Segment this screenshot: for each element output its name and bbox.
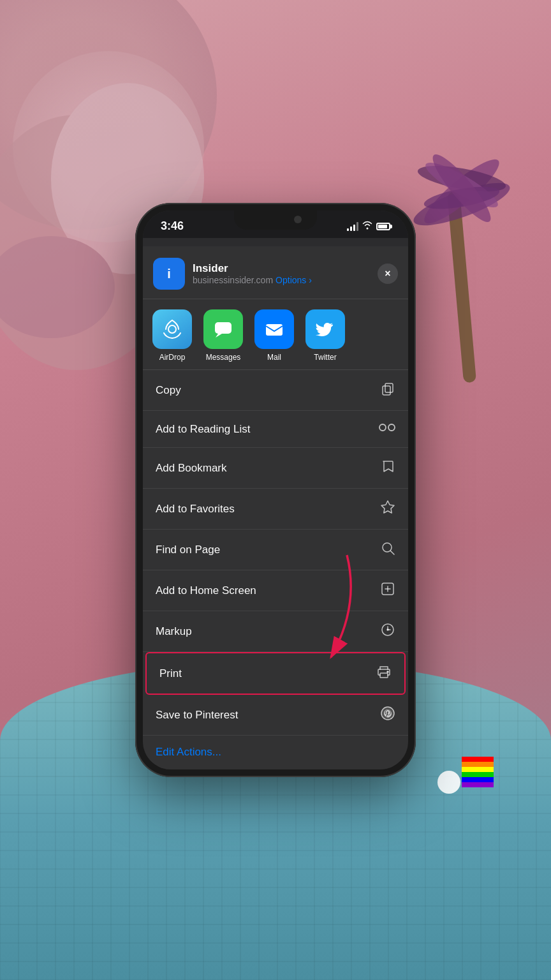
svg-rect-13	[462, 772, 494, 777]
pinterest-icon	[380, 706, 395, 724]
share-apps-row: AirDrop Messages	[143, 299, 408, 370]
favorites-icon	[380, 500, 395, 518]
edit-actions: Edit Actions...	[143, 736, 408, 765]
svg-rect-20	[385, 383, 393, 392]
messages-icon	[203, 309, 243, 349]
mail-icon	[254, 309, 294, 349]
action-print-label: Print	[159, 667, 182, 680]
svg-line-26	[391, 551, 395, 555]
share-app-mail[interactable]: Mail	[251, 309, 297, 362]
action-favorites-label: Add to Favorites	[156, 503, 235, 516]
insider-logo: i	[167, 267, 171, 281]
svg-point-34	[381, 707, 394, 720]
bookmark-icon	[380, 459, 395, 477]
svg-point-33	[387, 671, 388, 672]
svg-point-31	[387, 629, 388, 630]
palm-tree	[411, 128, 513, 383]
messages-label: Messages	[206, 353, 241, 362]
action-find-on-page[interactable]: Find on Page	[143, 530, 408, 570]
svg-rect-32	[380, 673, 388, 678]
wifi-icon	[362, 221, 372, 232]
markup-icon	[380, 622, 395, 641]
share-app-messages[interactable]: Messages	[200, 309, 246, 362]
action-bookmark[interactable]: Add Bookmark	[143, 448, 408, 489]
svg-rect-21	[383, 386, 390, 395]
action-pinterest-label: Save to Pinterest	[156, 709, 238, 722]
search-icon	[380, 540, 395, 559]
svg-point-23	[388, 424, 395, 431]
share-app-twitter[interactable]: Twitter	[302, 309, 348, 362]
phone-screen: 3:46	[143, 211, 408, 769]
action-pinterest[interactable]: Save to Pinterest	[143, 695, 408, 736]
share-app-icon: i	[153, 258, 185, 290]
airdrop-icon	[152, 309, 192, 349]
svg-point-22	[379, 424, 386, 431]
phone-frame: 3:46	[135, 203, 416, 777]
mail-label: Mail	[267, 353, 281, 362]
share-sheet: i Insider businessinsider.com Options › …	[143, 246, 408, 769]
twitter-icon	[305, 309, 345, 349]
svg-marker-18	[216, 334, 222, 338]
svg-rect-11	[462, 762, 494, 767]
action-reading-list[interactable]: Add to Reading List	[143, 411, 408, 448]
action-home-screen[interactable]: Add to Home Screen	[143, 570, 408, 611]
action-bookmark-label: Add Bookmark	[156, 462, 227, 475]
action-favorites[interactable]: Add to Favorites	[143, 489, 408, 530]
camera	[294, 216, 302, 223]
share-options-link[interactable]: Options ›	[276, 275, 312, 285]
svg-rect-12	[462, 767, 494, 772]
plus-square-icon	[380, 581, 395, 600]
battery-icon	[376, 223, 390, 230]
share-header: i Insider businessinsider.com Options › …	[143, 246, 408, 299]
action-copy-label: Copy	[156, 384, 181, 397]
share-app-name: Insider	[193, 262, 378, 275]
share-app-info: Insider businessinsider.com Options ›	[193, 262, 378, 285]
reading-list-icon	[379, 422, 395, 436]
action-print[interactable]: Print	[145, 652, 406, 695]
svg-marker-24	[381, 501, 394, 513]
twitter-label: Twitter	[314, 353, 336, 362]
rainbow-decoration	[436, 750, 500, 801]
action-find-label: Find on Page	[156, 544, 220, 556]
notch	[234, 211, 317, 230]
svg-point-25	[383, 543, 392, 552]
action-markup-label: Markup	[156, 625, 192, 638]
svg-rect-15	[462, 782, 494, 787]
action-copy[interactable]: Copy	[143, 370, 408, 411]
svg-rect-10	[462, 757, 494, 762]
action-reading-list-label: Add to Reading List	[156, 423, 250, 436]
status-time: 3:46	[161, 219, 184, 233]
svg-rect-14	[462, 777, 494, 782]
share-app-url: businessinsider.com Options ›	[193, 275, 378, 285]
svg-rect-17	[215, 322, 231, 334]
svg-point-16	[168, 325, 176, 333]
share-app-airdrop[interactable]: AirDrop	[149, 309, 195, 362]
signal-icon	[347, 222, 358, 231]
edit-actions-link[interactable]: Edit Actions...	[156, 746, 221, 758]
copy-icon	[380, 381, 395, 399]
share-close-button[interactable]: ×	[378, 264, 398, 284]
svg-point-9	[437, 771, 460, 794]
action-markup[interactable]: Markup	[143, 611, 408, 652]
status-icons	[347, 221, 390, 232]
action-home-screen-label: Add to Home Screen	[156, 584, 256, 597]
svg-rect-19	[266, 324, 283, 336]
airdrop-label: AirDrop	[159, 353, 186, 362]
printer-icon	[376, 664, 392, 683]
action-list: Copy Add to Reading List	[143, 370, 408, 765]
